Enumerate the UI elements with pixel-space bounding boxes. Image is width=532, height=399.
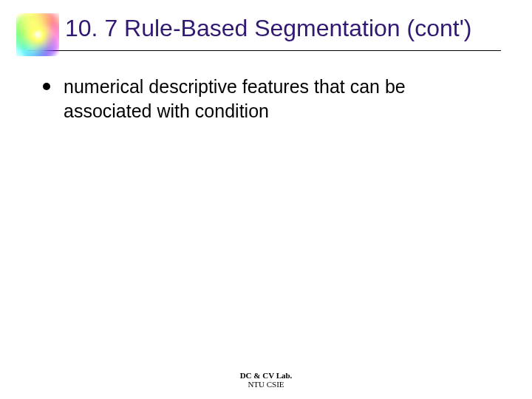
svg-rect-6 bbox=[16, 13, 59, 56]
title-underline bbox=[28, 50, 501, 51]
slide-title: 10. 7 Rule-Based Segmentation (cont') bbox=[65, 13, 510, 43]
bullet-text: numerical descriptive features that can … bbox=[64, 75, 488, 123]
slide: 10. 7 Rule-Based Segmentation (cont') nu… bbox=[0, 0, 532, 399]
footer-org: NTU CSIE bbox=[0, 380, 532, 389]
color-blob-icon bbox=[16, 13, 59, 56]
bullet-icon bbox=[43, 83, 50, 90]
title-area: 10. 7 Rule-Based Segmentation (cont') bbox=[0, 0, 532, 51]
content-area: numerical descriptive features that can … bbox=[0, 51, 532, 123]
footer-lab: DC & CV Lab. bbox=[0, 371, 532, 380]
bullet-item: numerical descriptive features that can … bbox=[43, 75, 488, 123]
footer: DC & CV Lab. NTU CSIE bbox=[0, 371, 532, 389]
